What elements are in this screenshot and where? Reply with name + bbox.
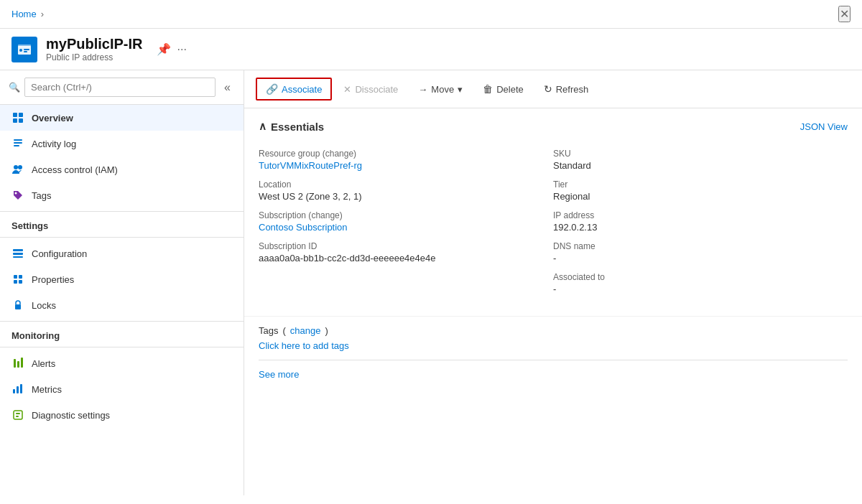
json-view-link[interactable]: JSON View: [800, 121, 848, 132]
sidebar: 🔍 « Overview Activity log Access control…: [0, 70, 244, 495]
refresh-icon: ↻: [544, 83, 552, 95]
svg-rect-15: [13, 249, 23, 251]
field-location: Location West US 2 (Zone 3, 2, 1): [259, 175, 553, 206]
breadcrumb-separator: ›: [41, 9, 44, 19]
delete-button[interactable]: 🗑 Delete: [474, 79, 532, 99]
sidebar-item-overview[interactable]: Overview: [0, 105, 244, 131]
essentials-grid: Resource group (change) TutorVMMixRouteP…: [259, 144, 848, 299]
metrics-icon: [11, 383, 24, 396]
essentials-left-column: Resource group (change) TutorVMMixRouteP…: [259, 144, 553, 299]
lock-icon: [11, 299, 24, 312]
associate-button[interactable]: 🔗 Associate: [256, 78, 332, 101]
svg-rect-5: [13, 113, 17, 117]
refresh-button[interactable]: ↻ Refresh: [535, 79, 598, 99]
svg-point-2: [19, 49, 22, 52]
svg-rect-7: [13, 118, 17, 123]
sidebar-item-properties-label: Properties: [32, 274, 74, 285]
sidebar-item-activity-log-label: Activity log: [32, 139, 76, 149]
alerts-icon: [11, 357, 24, 370]
associate-label: Associate: [282, 84, 322, 95]
sidebar-item-properties[interactable]: Properties: [0, 266, 244, 292]
move-icon: →: [418, 84, 427, 95]
monitoring-section-header: Monitoring: [0, 321, 244, 344]
home-link[interactable]: Home: [11, 9, 37, 19]
dns-name-label: DNS name: [553, 241, 848, 251]
more-options-icon[interactable]: ···: [177, 43, 186, 56]
toolbar: 🔗 Associate ✕ Dissociate → Move ▾ 🗑 Dele…: [244, 70, 862, 108]
subscription-id-label: Subscription ID: [259, 241, 553, 251]
svg-rect-27: [17, 386, 19, 393]
sidebar-item-configuration[interactable]: Configuration: [0, 241, 244, 266]
tags-header: Tags (change): [259, 325, 848, 336]
essentials-section: ∧ Essentials JSON View Resource group (c…: [244, 108, 862, 310]
move-chevron-icon: ▾: [458, 84, 463, 95]
subscription-value: Contoso Subscription: [259, 222, 553, 233]
resource-group-value: TutorVMMixRoutePref-rg: [259, 160, 553, 171]
resource-title-group: myPublicIP-IR Public IP address: [46, 36, 142, 62]
see-more-link[interactable]: See more: [244, 369, 862, 391]
svg-rect-1: [18, 45, 31, 47]
svg-rect-17: [13, 256, 23, 258]
tags-label: Tags: [259, 325, 278, 336]
svg-rect-23: [14, 359, 16, 368]
sidebar-item-configuration-label: Configuration: [32, 248, 87, 259]
chevron-up-icon: ∧: [259, 120, 267, 133]
dissociate-button[interactable]: ✕ Dissociate: [335, 80, 407, 99]
main-layout: 🔍 « Overview Activity log Access control…: [0, 70, 862, 495]
subscription-id-value: aaaa0a0a-bb1b-cc2c-dd3d-eeeeee4e4e4e: [259, 253, 553, 263]
tier-label: Tier: [553, 179, 848, 190]
public-ip-icon: [17, 42, 32, 57]
sidebar-item-locks-label: Locks: [32, 300, 56, 311]
svg-rect-16: [13, 253, 23, 255]
dissociate-label: Dissociate: [355, 84, 398, 95]
resource-group-change-link[interactable]: change: [325, 149, 353, 159]
move-button[interactable]: → Move ▾: [409, 80, 471, 99]
svg-rect-4: [24, 51, 27, 52]
associated-to-value: -: [553, 284, 848, 294]
delete-icon: 🗑: [483, 83, 493, 95]
top-bar: Home › ✕: [0, 0, 862, 29]
svg-rect-3: [24, 49, 29, 50]
essentials-right-column: SKU Standard Tier Regional IP address 19…: [553, 144, 848, 299]
settings-section-header: Settings: [0, 211, 244, 234]
close-button[interactable]: ✕: [838, 6, 851, 22]
config-icon: [11, 247, 24, 260]
field-tier: Tier Regional: [553, 175, 848, 206]
svg-rect-8: [19, 118, 23, 123]
subscription-change-link[interactable]: change: [311, 210, 339, 220]
resource-type-icon: [11, 37, 37, 62]
collapse-sidebar-button[interactable]: «: [220, 80, 235, 95]
sidebar-item-tags[interactable]: Tags: [0, 182, 244, 208]
ip-address-label: IP address: [553, 210, 848, 220]
search-input[interactable]: [24, 78, 216, 97]
field-ip-address: IP address 192.0.2.13: [553, 206, 848, 237]
tags-add-link[interactable]: Click here to add tags: [259, 340, 349, 351]
resource-type-label: Public IP address: [46, 52, 142, 62]
field-resource-group: Resource group (change) TutorVMMixRouteP…: [259, 144, 553, 175]
sidebar-item-metrics[interactable]: Metrics: [0, 376, 244, 402]
svg-point-12: [14, 165, 18, 169]
sidebar-item-locks[interactable]: Locks: [0, 292, 244, 318]
sidebar-item-access-control[interactable]: Access control (IAM): [0, 157, 244, 182]
svg-point-14: [15, 192, 17, 195]
sidebar-item-alerts-label: Alerts: [32, 358, 55, 369]
sidebar-item-alerts[interactable]: Alerts: [0, 350, 244, 376]
pin-icon[interactable]: 📌: [157, 42, 171, 56]
tags-change-link[interactable]: change: [290, 325, 321, 336]
sidebar-item-diagnostic-settings[interactable]: Diagnostic settings: [0, 402, 244, 428]
sidebar-item-activity-log[interactable]: Activity log: [0, 131, 244, 157]
sidebar-search-area: 🔍 «: [0, 70, 244, 105]
content-area: 🔗 Associate ✕ Dissociate → Move ▾ 🗑 Dele…: [244, 70, 862, 495]
resource-name: myPublicIP-IR: [46, 36, 142, 52]
resource-header: myPublicIP-IR Public IP address 📌 ···: [0, 29, 862, 70]
resource-group-link[interactable]: TutorVMMixRoutePref-rg: [259, 160, 362, 171]
svg-rect-24: [17, 361, 19, 368]
associated-to-label: Associated to: [553, 272, 848, 282]
subscription-link[interactable]: Contoso Subscription: [259, 222, 348, 233]
svg-rect-29: [14, 411, 22, 419]
subscription-label: Subscription (change): [259, 210, 553, 220]
location-label: Location: [259, 179, 553, 190]
iam-icon: [11, 163, 24, 176]
svg-rect-11: [14, 145, 19, 146]
field-subscription-id: Subscription ID aaaa0a0a-bb1b-cc2c-dd3d-…: [259, 237, 553, 268]
